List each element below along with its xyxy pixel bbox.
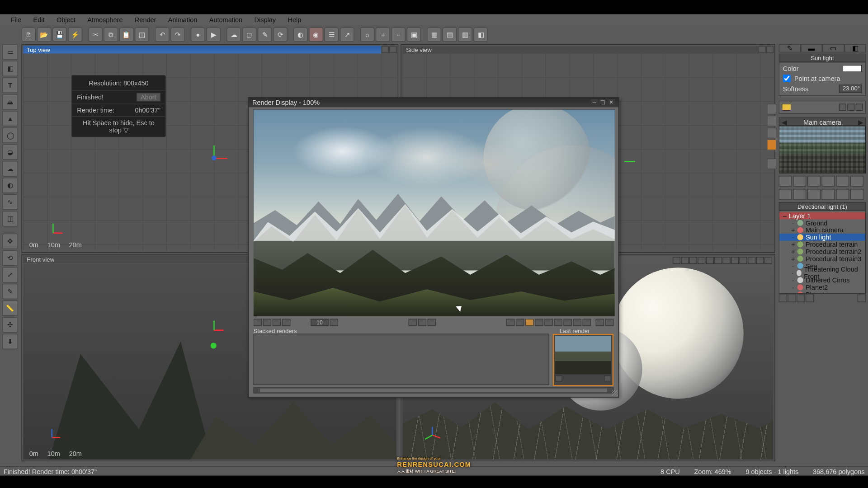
- nav-fly[interactable]: [850, 176, 863, 187]
- rtab-icon[interactable]: [767, 116, 776, 127]
- tree-item[interactable]: +Main camera: [779, 226, 865, 234]
- nav-pan[interactable]: [793, 176, 806, 187]
- thumb-btn[interactable]: [604, 375, 611, 381]
- cloud-object-tool[interactable]: ☁: [2, 161, 18, 176]
- render-button[interactable]: ●: [191, 28, 205, 42]
- camera-preview[interactable]: [779, 126, 866, 174]
- tree-item[interactable]: ·Sun light: [779, 234, 865, 241]
- drop-tool[interactable]: ⬇: [2, 334, 18, 349]
- panel-tab[interactable]: ✎: [779, 44, 801, 52]
- layout4-button[interactable]: ◧: [473, 28, 488, 42]
- persp-btn[interactable]: [756, 257, 764, 264]
- measure-tool[interactable]: 📏: [2, 300, 18, 316]
- render-tb-btn[interactable]: [596, 319, 604, 326]
- copy-button[interactable]: ⧉: [104, 28, 118, 42]
- expand-icon[interactable]: ·: [790, 277, 796, 284]
- layout2-button[interactable]: ▤: [443, 28, 457, 42]
- render-tb-btn[interactable]: [583, 319, 591, 326]
- tree-btn[interactable]: [788, 294, 796, 302]
- render-tb-btn[interactable]: [428, 319, 436, 326]
- scale-tool[interactable]: ⤢: [2, 267, 18, 282]
- tree-item[interactable]: +Procedural terrain2: [779, 248, 865, 255]
- render-tb-btn[interactable]: [418, 319, 426, 326]
- render-tb-btn[interactable]: [282, 319, 290, 326]
- vp-btn[interactable]: [382, 46, 389, 53]
- render-tb-btn-active[interactable]: [525, 319, 533, 326]
- save-button[interactable]: 💾: [52, 28, 67, 42]
- nav-btn[interactable]: [850, 189, 863, 200]
- render-settings-button[interactable]: ◉: [309, 28, 323, 42]
- expand-icon[interactable]: ·: [790, 284, 796, 291]
- render-tb-btn[interactable]: [544, 319, 552, 326]
- tree-btn[interactable]: [858, 294, 866, 302]
- persp-btn[interactable]: [673, 257, 680, 264]
- tree-item[interactable]: +Procedural terrain: [779, 241, 865, 248]
- render-tb-btn[interactable]: [516, 319, 524, 326]
- abort-button[interactable]: Abort: [137, 93, 160, 101]
- layout1-button[interactable]: ▦: [427, 28, 441, 42]
- maximize-icon[interactable]: □: [599, 99, 607, 106]
- layout3-button[interactable]: ▥: [458, 28, 472, 42]
- menu-object[interactable]: Object: [51, 15, 81, 24]
- menu-edit[interactable]: Edit: [27, 15, 50, 24]
- brush-tool[interactable]: ✎: [258, 28, 272, 42]
- nav-walk[interactable]: [836, 176, 849, 187]
- nav-orbit[interactable]: [779, 176, 792, 187]
- tree-btn[interactable]: [797, 294, 805, 302]
- panel-tab[interactable]: ▭: [822, 44, 844, 52]
- persp-btn[interactable]: [706, 257, 714, 264]
- box-tool[interactable]: ◻: [242, 28, 257, 42]
- zoom-out-button[interactable]: －: [391, 28, 406, 42]
- rock-tool[interactable]: ◒: [2, 144, 18, 160]
- select-tool[interactable]: ▭: [2, 44, 18, 60]
- expand-icon[interactable]: +: [790, 248, 796, 255]
- render-tb-btn[interactable]: [605, 319, 613, 326]
- link-tool[interactable]: ⟳: [273, 28, 288, 42]
- nav-btn[interactable]: [807, 189, 821, 200]
- clone-button[interactable]: ◫: [135, 28, 149, 42]
- persp-btn[interactable]: [740, 257, 747, 264]
- mini-btn[interactable]: [847, 104, 854, 111]
- open-button[interactable]: 📂: [37, 28, 52, 42]
- menu-help[interactable]: Help: [282, 15, 307, 24]
- persp-btn[interactable]: [689, 257, 697, 264]
- sculpt-tool[interactable]: ✎: [2, 284, 18, 299]
- vp-btn[interactable]: [389, 46, 396, 53]
- nav-btn[interactable]: [793, 189, 806, 200]
- expand-icon[interactable]: +: [790, 226, 796, 234]
- rtab-icon[interactable]: [767, 104, 776, 115]
- menu-atmosphere[interactable]: Atmosphere: [81, 15, 129, 24]
- render-region-button[interactable]: ▶: [206, 28, 221, 42]
- persp-btn[interactable]: [714, 257, 722, 264]
- zoom-fit-button[interactable]: ⌕: [360, 28, 375, 42]
- menu-file[interactable]: File: [5, 15, 28, 24]
- next-camera-button[interactable]: ▶: [857, 118, 864, 126]
- persp-btn[interactable]: [698, 257, 705, 264]
- menu-render[interactable]: Render: [129, 15, 162, 24]
- rotate-tool[interactable]: ⟲: [2, 250, 18, 266]
- graph-button[interactable]: ↗: [340, 28, 354, 42]
- render-tb-btn[interactable]: [554, 319, 562, 326]
- render-tb-btn[interactable]: [330, 319, 338, 326]
- expand-icon[interactable]: +: [790, 241, 796, 248]
- persp-btn[interactable]: [764, 257, 772, 264]
- render-scrollbar[interactable]: [254, 387, 614, 393]
- mountain-tool[interactable]: ▲: [2, 111, 18, 126]
- menu-automation[interactable]: Automation: [203, 15, 249, 24]
- mini-btn[interactable]: [856, 104, 863, 111]
- zoom-in-button[interactable]: ＋: [376, 28, 390, 42]
- group-tool[interactable]: ◫: [2, 211, 18, 226]
- redo-button[interactable]: ↷: [170, 28, 185, 42]
- nav-btn[interactable]: [822, 189, 835, 200]
- sphere-tool[interactable]: ◯: [2, 127, 18, 143]
- persp-btn[interactable]: [748, 257, 755, 264]
- rtab-icon[interactable]: [767, 127, 776, 138]
- nav-btn[interactable]: [836, 189, 849, 200]
- render-tb-btn[interactable]: [506, 319, 514, 326]
- render-tb-btn[interactable]: [254, 319, 262, 326]
- panel-tab[interactable]: ▬: [801, 44, 822, 52]
- menu-display[interactable]: Display: [248, 15, 282, 24]
- persp-btn[interactable]: [731, 257, 739, 264]
- cube-tool[interactable]: ◧: [2, 61, 18, 76]
- expand-icon[interactable]: ·: [790, 219, 796, 226]
